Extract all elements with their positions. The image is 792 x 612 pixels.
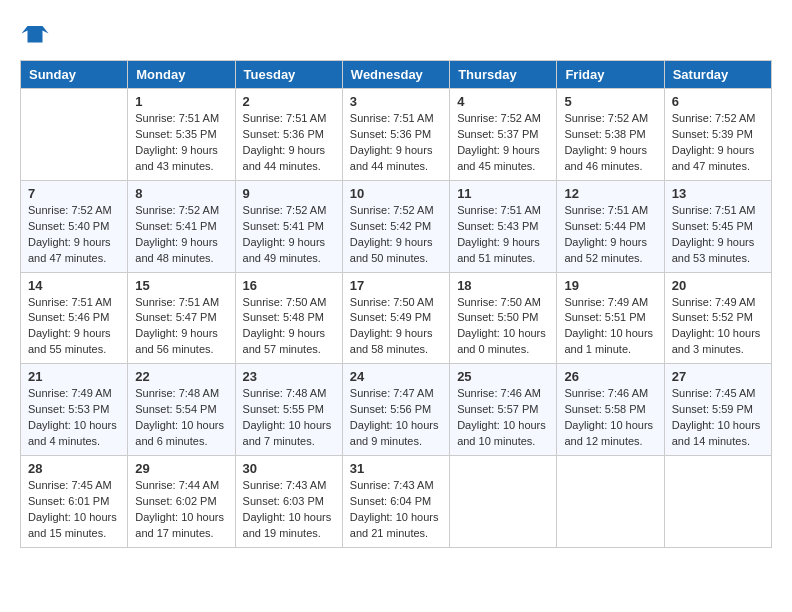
calendar-cell: 27 Sunrise: 7:45 AM Sunset: 5:59 PM Dayl… <box>664 364 771 456</box>
calendar-cell: 28 Sunrise: 7:45 AM Sunset: 6:01 PM Dayl… <box>21 456 128 548</box>
sunrise-label: Sunrise: 7:51 AM <box>672 204 756 216</box>
daylight-label: Daylight: 9 hours and 44 minutes. <box>243 144 326 172</box>
day-number: 7 <box>28 186 120 201</box>
day-info: Sunrise: 7:45 AM Sunset: 6:01 PM Dayligh… <box>28 478 120 542</box>
sunset-label: Sunset: 5:35 PM <box>135 128 216 140</box>
calendar-cell: 30 Sunrise: 7:43 AM Sunset: 6:03 PM Dayl… <box>235 456 342 548</box>
sunset-label: Sunset: 5:49 PM <box>350 311 431 323</box>
day-number: 4 <box>457 94 549 109</box>
sunset-label: Sunset: 5:46 PM <box>28 311 109 323</box>
sunrise-label: Sunrise: 7:43 AM <box>350 479 434 491</box>
sunset-label: Sunset: 5:37 PM <box>457 128 538 140</box>
sunset-label: Sunset: 5:58 PM <box>564 403 645 415</box>
sunrise-label: Sunrise: 7:45 AM <box>28 479 112 491</box>
daylight-label: Daylight: 10 hours and 19 minutes. <box>243 511 332 539</box>
daylight-label: Daylight: 9 hours and 48 minutes. <box>135 236 218 264</box>
calendar-cell <box>21 89 128 181</box>
sunrise-label: Sunrise: 7:49 AM <box>672 296 756 308</box>
weekday-header-saturday: Saturday <box>664 61 771 89</box>
day-info: Sunrise: 7:50 AM Sunset: 5:50 PM Dayligh… <box>457 295 549 359</box>
weekday-header-sunday: Sunday <box>21 61 128 89</box>
daylight-label: Daylight: 9 hours and 53 minutes. <box>672 236 755 264</box>
day-number: 29 <box>135 461 227 476</box>
calendar-cell: 12 Sunrise: 7:51 AM Sunset: 5:44 PM Dayl… <box>557 180 664 272</box>
day-info: Sunrise: 7:43 AM Sunset: 6:04 PM Dayligh… <box>350 478 442 542</box>
day-number: 9 <box>243 186 335 201</box>
sunset-label: Sunset: 5:50 PM <box>457 311 538 323</box>
daylight-label: Daylight: 9 hours and 45 minutes. <box>457 144 540 172</box>
day-info: Sunrise: 7:52 AM Sunset: 5:38 PM Dayligh… <box>564 111 656 175</box>
day-info: Sunrise: 7:49 AM Sunset: 5:51 PM Dayligh… <box>564 295 656 359</box>
sunrise-label: Sunrise: 7:47 AM <box>350 387 434 399</box>
daylight-label: Daylight: 9 hours and 50 minutes. <box>350 236 433 264</box>
daylight-label: Daylight: 10 hours and 12 minutes. <box>564 419 653 447</box>
daylight-label: Daylight: 9 hours and 46 minutes. <box>564 144 647 172</box>
sunrise-label: Sunrise: 7:49 AM <box>564 296 648 308</box>
daylight-label: Daylight: 10 hours and 15 minutes. <box>28 511 117 539</box>
day-info: Sunrise: 7:51 AM Sunset: 5:35 PM Dayligh… <box>135 111 227 175</box>
day-number: 1 <box>135 94 227 109</box>
weekday-header-friday: Friday <box>557 61 664 89</box>
sunrise-label: Sunrise: 7:46 AM <box>457 387 541 399</box>
sunrise-label: Sunrise: 7:51 AM <box>135 112 219 124</box>
sunset-label: Sunset: 5:40 PM <box>28 220 109 232</box>
weekday-header-thursday: Thursday <box>450 61 557 89</box>
sunset-label: Sunset: 5:51 PM <box>564 311 645 323</box>
daylight-label: Daylight: 10 hours and 17 minutes. <box>135 511 224 539</box>
day-info: Sunrise: 7:44 AM Sunset: 6:02 PM Dayligh… <box>135 478 227 542</box>
daylight-label: Daylight: 10 hours and 10 minutes. <box>457 419 546 447</box>
day-number: 28 <box>28 461 120 476</box>
calendar-week-4: 21 Sunrise: 7:49 AM Sunset: 5:53 PM Dayl… <box>21 364 772 456</box>
daylight-label: Daylight: 9 hours and 44 minutes. <box>350 144 433 172</box>
calendar-cell: 7 Sunrise: 7:52 AM Sunset: 5:40 PM Dayli… <box>21 180 128 272</box>
daylight-label: Daylight: 9 hours and 58 minutes. <box>350 327 433 355</box>
calendar-cell: 1 Sunrise: 7:51 AM Sunset: 5:35 PM Dayli… <box>128 89 235 181</box>
calendar-cell: 13 Sunrise: 7:51 AM Sunset: 5:45 PM Dayl… <box>664 180 771 272</box>
sunrise-label: Sunrise: 7:48 AM <box>243 387 327 399</box>
calendar-cell: 2 Sunrise: 7:51 AM Sunset: 5:36 PM Dayli… <box>235 89 342 181</box>
sunset-label: Sunset: 5:56 PM <box>350 403 431 415</box>
day-number: 13 <box>672 186 764 201</box>
day-info: Sunrise: 7:49 AM Sunset: 5:53 PM Dayligh… <box>28 386 120 450</box>
sunrise-label: Sunrise: 7:51 AM <box>564 204 648 216</box>
day-number: 24 <box>350 369 442 384</box>
calendar-cell: 31 Sunrise: 7:43 AM Sunset: 6:04 PM Dayl… <box>342 456 449 548</box>
calendar-week-3: 14 Sunrise: 7:51 AM Sunset: 5:46 PM Dayl… <box>21 272 772 364</box>
day-number: 3 <box>350 94 442 109</box>
day-number: 12 <box>564 186 656 201</box>
daylight-label: Daylight: 9 hours and 55 minutes. <box>28 327 111 355</box>
day-number: 11 <box>457 186 549 201</box>
daylight-label: Daylight: 10 hours and 3 minutes. <box>672 327 761 355</box>
calendar-cell: 21 Sunrise: 7:49 AM Sunset: 5:53 PM Dayl… <box>21 364 128 456</box>
daylight-label: Daylight: 10 hours and 6 minutes. <box>135 419 224 447</box>
sunrise-label: Sunrise: 7:50 AM <box>457 296 541 308</box>
sunrise-label: Sunrise: 7:45 AM <box>672 387 756 399</box>
calendar-cell: 19 Sunrise: 7:49 AM Sunset: 5:51 PM Dayl… <box>557 272 664 364</box>
day-number: 25 <box>457 369 549 384</box>
day-info: Sunrise: 7:46 AM Sunset: 5:58 PM Dayligh… <box>564 386 656 450</box>
day-info: Sunrise: 7:49 AM Sunset: 5:52 PM Dayligh… <box>672 295 764 359</box>
sunset-label: Sunset: 5:54 PM <box>135 403 216 415</box>
day-info: Sunrise: 7:52 AM Sunset: 5:40 PM Dayligh… <box>28 203 120 267</box>
calendar-cell: 4 Sunrise: 7:52 AM Sunset: 5:37 PM Dayli… <box>450 89 557 181</box>
sunset-label: Sunset: 5:44 PM <box>564 220 645 232</box>
logo <box>20 20 54 50</box>
daylight-label: Daylight: 10 hours and 7 minutes. <box>243 419 332 447</box>
calendar-cell: 11 Sunrise: 7:51 AM Sunset: 5:43 PM Dayl… <box>450 180 557 272</box>
logo-icon <box>20 20 50 50</box>
calendar-cell: 26 Sunrise: 7:46 AM Sunset: 5:58 PM Dayl… <box>557 364 664 456</box>
day-number: 17 <box>350 278 442 293</box>
day-info: Sunrise: 7:51 AM Sunset: 5:36 PM Dayligh… <box>243 111 335 175</box>
day-number: 2 <box>243 94 335 109</box>
day-info: Sunrise: 7:46 AM Sunset: 5:57 PM Dayligh… <box>457 386 549 450</box>
sunset-label: Sunset: 6:01 PM <box>28 495 109 507</box>
calendar-cell: 25 Sunrise: 7:46 AM Sunset: 5:57 PM Dayl… <box>450 364 557 456</box>
calendar-cell: 16 Sunrise: 7:50 AM Sunset: 5:48 PM Dayl… <box>235 272 342 364</box>
sunset-label: Sunset: 5:52 PM <box>672 311 753 323</box>
sunset-label: Sunset: 5:38 PM <box>564 128 645 140</box>
weekday-header-wednesday: Wednesday <box>342 61 449 89</box>
daylight-label: Daylight: 10 hours and 21 minutes. <box>350 511 439 539</box>
day-number: 18 <box>457 278 549 293</box>
sunset-label: Sunset: 5:36 PM <box>350 128 431 140</box>
sunrise-label: Sunrise: 7:49 AM <box>28 387 112 399</box>
